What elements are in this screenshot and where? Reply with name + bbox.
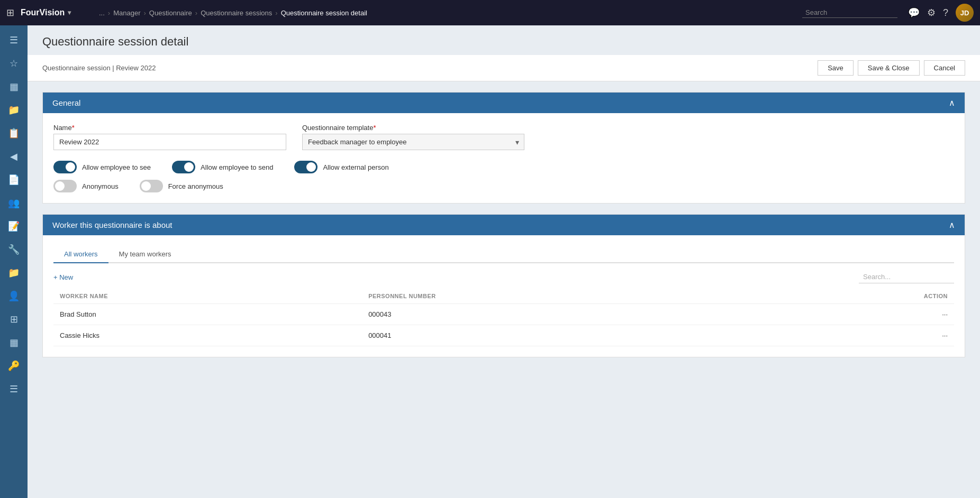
anonymous-toggle[interactable] xyxy=(53,180,77,192)
worker-name-cell: Cassie Hicks xyxy=(53,325,362,346)
personnel-number-cell: 000041 xyxy=(362,325,768,346)
toggle-allow-employee-send: Allow employee to send xyxy=(172,161,273,173)
sidebar-item-grid[interactable]: ⊞ xyxy=(3,309,24,330)
toggle-anonymous: Anonymous xyxy=(53,180,119,192)
breadcrumb-manager[interactable]: Manager xyxy=(113,9,140,17)
workers-collapse-icon[interactable]: ∧ xyxy=(949,220,955,230)
workers-table-header: WORKER NAME PERSONNEL NUMBER ACTION xyxy=(53,289,954,304)
chat-icon[interactable]: 💬 xyxy=(908,7,920,19)
workers-search-input[interactable] xyxy=(859,271,954,283)
template-select[interactable]: Feedback manager to employee xyxy=(302,134,524,150)
brand-logo: FourVision ▾ xyxy=(21,8,95,17)
settings-icon[interactable]: ⚙ xyxy=(927,7,936,19)
app-grid-icon[interactable]: ⊞ xyxy=(6,7,14,19)
table-row: Cassie Hicks 000041 ··· xyxy=(53,325,954,346)
sidebar-item-notes[interactable]: 📝 xyxy=(3,216,24,237)
page-header: Questionnaire session detail xyxy=(28,25,980,55)
template-label: Questionnaire template* xyxy=(302,124,524,132)
allow-employee-send-toggle[interactable] xyxy=(172,161,195,173)
breadcrumb: ... › Manager › Questionnaire › Question… xyxy=(99,9,798,17)
workers-section-title: Worker this questionnaire is about xyxy=(52,220,173,229)
anonymous-label: Anonymous xyxy=(82,182,119,190)
content-area: Questionnaire session detail Questionnai… xyxy=(28,25,980,498)
brand-chevron-icon: ▾ xyxy=(68,9,71,16)
sections-wrapper: General ∧ Name* Qu xyxy=(28,81,980,368)
workers-tabs: All workers My team workers xyxy=(53,246,954,263)
form-row-name-template: Name* Questionnaire template* Feedback m… xyxy=(53,124,954,150)
sidebar-item-menu[interactable]: ☰ xyxy=(3,379,24,400)
sidebar-item-hamburger[interactable]: ☰ xyxy=(3,30,24,51)
sidebar-item-key[interactable]: 🔑 xyxy=(3,355,24,376)
sidebar-item-folder[interactable]: 📁 xyxy=(3,99,24,121)
breadcrumb-current: Questionnaire session detail xyxy=(281,9,367,17)
save-button[interactable]: Save xyxy=(818,60,854,76)
toggle-force-anonymous: Force anonymous xyxy=(140,180,223,192)
allow-employee-see-toggle[interactable] xyxy=(53,161,77,173)
tab-all-workers[interactable]: All workers xyxy=(53,246,108,263)
col-worker-name: WORKER NAME xyxy=(53,289,362,304)
general-section-title: General xyxy=(52,98,80,107)
name-input[interactable] xyxy=(53,134,286,150)
general-section-header: General ∧ xyxy=(43,93,965,113)
row-action-button[interactable]: ··· xyxy=(768,325,954,346)
sidebar-item-back[interactable]: ◀ xyxy=(3,146,24,167)
workers-table-body: Brad Sutton 000043 ··· Cassie Hicks 0000… xyxy=(53,304,954,346)
sidebar-item-people[interactable]: 👥 xyxy=(3,192,24,214)
personnel-number-cell: 000043 xyxy=(362,304,768,325)
table-row: Brad Sutton 000043 ··· xyxy=(53,304,954,325)
allow-external-label: Allow external person xyxy=(323,163,388,171)
breadcrumb-questionnaire[interactable]: Questionnaire xyxy=(149,9,192,17)
toggle-allow-employee-see: Allow employee to see xyxy=(53,161,151,173)
allow-employee-send-label: Allow employee to send xyxy=(201,163,273,171)
force-anonymous-toggle[interactable] xyxy=(140,180,163,192)
tab-my-team-workers[interactable]: My team workers xyxy=(108,246,182,263)
save-close-button[interactable]: Save & Close xyxy=(858,60,920,76)
allow-employee-see-label: Allow employee to see xyxy=(82,163,151,171)
allow-external-toggle[interactable] xyxy=(294,161,317,173)
general-section-body: Name* Questionnaire template* Feedback m… xyxy=(43,113,965,203)
cancel-button[interactable]: Cancel xyxy=(924,60,965,76)
toolbar: Questionnaire session | Review 2022 Save… xyxy=(28,55,980,81)
avatar[interactable]: JD xyxy=(956,4,974,22)
search-input[interactable] xyxy=(802,7,897,18)
brand-name: FourVision xyxy=(21,8,65,17)
sidebar-item-folder2[interactable]: 📁 xyxy=(3,262,24,283)
sidebar-item-favorites[interactable]: ☆ xyxy=(3,53,24,74)
row-action-button[interactable]: ··· xyxy=(768,304,954,325)
col-action: ACTION xyxy=(768,289,954,304)
template-field-group: Questionnaire template* Feedback manager… xyxy=(302,124,524,150)
workers-section-header: Worker this questionnaire is about ∧ xyxy=(43,215,965,235)
force-anonymous-label: Force anonymous xyxy=(168,182,223,190)
anonymous-slider xyxy=(53,180,77,192)
sidebar-item-grid2[interactable]: ▦ xyxy=(3,332,24,353)
sidebar-item-dashboard[interactable]: ▦ xyxy=(3,76,24,97)
page-title: Questionnaire session detail xyxy=(42,35,965,49)
allow-employee-send-slider xyxy=(172,161,195,173)
allow-employee-see-slider xyxy=(53,161,77,173)
breadcrumb-sessions[interactable]: Questionnaire sessions xyxy=(201,9,272,17)
toggles-row-1: Allow employee to see Allow employee to … xyxy=(53,161,954,173)
help-icon[interactable]: ? xyxy=(943,7,948,19)
sidebar-item-tools[interactable]: 🔧 xyxy=(3,239,24,260)
name-field-group: Name* xyxy=(53,124,286,150)
top-navigation: ⊞ FourVision ▾ ... › Manager › Questionn… xyxy=(0,0,980,25)
toolbar-breadcrumb: Questionnaire session | Review 2022 xyxy=(42,64,156,72)
name-label: Name* xyxy=(53,124,286,132)
sidebar-item-document[interactable]: 📄 xyxy=(3,169,24,190)
sidebar-item-person[interactable]: 👤 xyxy=(3,285,24,307)
table-toolbar: + New xyxy=(53,271,954,283)
new-button[interactable]: + New xyxy=(53,273,73,281)
main-layout: ☰ ☆ ▦ 📁 📋 ◀ 📄 👥 📝 🔧 📁 👤 ⊞ ▦ 🔑 ☰ Question… xyxy=(0,25,980,498)
general-collapse-icon[interactable]: ∧ xyxy=(949,98,955,108)
workers-table: WORKER NAME PERSONNEL NUMBER ACTION Brad… xyxy=(53,289,954,346)
worker-name-cell: Brad Sutton xyxy=(53,304,362,325)
sidebar-item-clipboard[interactable]: 📋 xyxy=(3,123,24,144)
template-select-wrapper: Feedback manager to employee ▾ xyxy=(302,134,524,150)
toolbar-actions: Save Save & Close Cancel xyxy=(818,60,965,76)
table-header-row: WORKER NAME PERSONNEL NUMBER ACTION xyxy=(53,289,954,304)
workers-section-body: All workers My team workers + New WORKER… xyxy=(43,235,965,357)
toggle-allow-external: Allow external person xyxy=(294,161,388,173)
general-section: General ∧ Name* Qu xyxy=(42,92,965,204)
sidebar: ☰ ☆ ▦ 📁 📋 ◀ 📄 👥 📝 🔧 📁 👤 ⊞ ▦ 🔑 ☰ xyxy=(0,25,28,498)
col-personnel-number: PERSONNEL NUMBER xyxy=(362,289,768,304)
